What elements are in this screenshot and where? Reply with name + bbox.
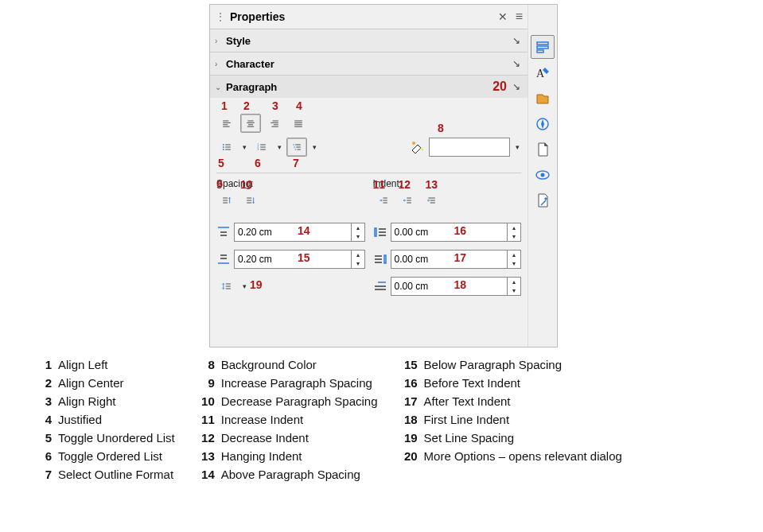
above-spacing-input[interactable] <box>235 223 351 241</box>
svg-point-17 <box>223 146 224 148</box>
firstline-indent-spinner[interactable]: ▴▾ <box>391 277 522 296</box>
first-line-indent-icon <box>373 279 387 293</box>
background-color-field[interactable] <box>429 138 510 157</box>
legend-num: 17 <box>394 394 418 408</box>
legend-text: Background Color <box>221 358 378 371</box>
legend-num: 9 <box>191 376 215 390</box>
before-indent-icon <box>373 225 387 239</box>
callout-3: 3 <box>272 99 278 112</box>
justify-button[interactable] <box>288 114 309 133</box>
section-style-header[interactable]: › Style ↘ <box>210 29 527 52</box>
increase-para-spacing-button[interactable] <box>216 191 237 210</box>
callout-19: 19 <box>250 278 263 291</box>
before-indent-input[interactable] <box>391 223 508 241</box>
stepper-down-icon[interactable]: ▾ <box>352 259 364 268</box>
below-spacing-spinner[interactable]: ▴▾ <box>234 250 365 269</box>
more-options-style-icon[interactable]: ↘ <box>510 34 523 47</box>
legend-text: Align Left <box>58 358 175 371</box>
svg-rect-70 <box>537 42 548 45</box>
decrease-para-spacing-button[interactable] <box>240 191 261 210</box>
align-center-button[interactable] <box>240 114 261 133</box>
svg-rect-59 <box>375 228 376 236</box>
legend-text: Select Outline Format <box>58 468 175 481</box>
legend-text: Justified <box>58 413 175 426</box>
drag-grip-icon[interactable]: ⋮ <box>215 10 225 23</box>
sidebar-deck: A <box>527 5 557 347</box>
legend-num: 14 <box>191 468 215 481</box>
callout-6: 6 <box>255 157 261 169</box>
section-paragraph-title: Paragraph <box>226 81 492 93</box>
unordered-list-button[interactable] <box>216 138 237 157</box>
unordered-list-dropdown[interactable]: ▾ <box>240 143 248 151</box>
more-options-paragraph-icon[interactable]: ↘ <box>510 80 523 93</box>
stepper-up-icon[interactable]: ▴ <box>352 250 364 259</box>
legend-text: Align Right <box>58 394 175 408</box>
close-icon[interactable]: ✕ <box>495 9 511 25</box>
above-spacing-icon <box>216 225 231 239</box>
section-character-header[interactable]: › Character ↘ <box>210 52 527 75</box>
ordered-list-button[interactable]: 123 <box>251 138 272 157</box>
svg-point-34 <box>412 142 415 145</box>
stepper-up-icon[interactable]: ▴ <box>508 278 520 286</box>
legend-text: Decrease Indent <box>221 431 378 445</box>
svg-rect-66 <box>384 255 386 263</box>
legend-text: Below Paragraph Spacing <box>424 358 622 371</box>
ordered-list-dropdown[interactable]: ▾ <box>275 143 283 151</box>
legend-text: Above Paragraph Spacing <box>221 468 378 481</box>
deck-manage-icon[interactable] <box>531 189 554 212</box>
menu-icon[interactable]: ≡ <box>516 10 523 24</box>
deck-navigator-icon[interactable] <box>531 113 554 135</box>
after-indent-spinner[interactable]: ▴▾ <box>391 250 522 269</box>
legend-text: Toggle Ordered List <box>58 449 175 463</box>
paint-bucket-icon <box>410 139 426 155</box>
deck-styles-icon[interactable]: A <box>531 62 554 84</box>
deck-gallery-icon[interactable] <box>531 87 554 110</box>
decrease-indent-button[interactable] <box>397 191 418 210</box>
stepper-down-icon[interactable]: ▾ <box>508 286 520 295</box>
stepper-down-icon[interactable]: ▾ <box>352 232 364 241</box>
outline-format-dropdown[interactable]: ▾ <box>310 143 318 151</box>
more-options-character-icon[interactable]: ↘ <box>510 57 523 70</box>
stepper-up-icon[interactable]: ▴ <box>352 223 364 232</box>
stepper-up-icon[interactable]: ▴ <box>508 223 520 232</box>
legend-text: Set Line Spacing <box>424 431 622 445</box>
below-spacing-input[interactable] <box>235 250 351 268</box>
stepper-down-icon[interactable]: ▾ <box>508 232 520 241</box>
svg-rect-71 <box>537 46 548 49</box>
svg-text:3: 3 <box>258 148 259 151</box>
increase-indent-button[interactable] <box>373 191 394 210</box>
chevron-down-icon: ⌄ <box>215 83 226 91</box>
line-spacing-dropdown[interactable]: ▾ <box>240 282 248 290</box>
svg-point-18 <box>223 149 224 150</box>
stepper-down-icon[interactable]: ▾ <box>508 259 520 268</box>
legend-num: 11 <box>191 413 215 426</box>
legend-num: 15 <box>394 358 418 371</box>
section-paragraph-header[interactable]: ⌄ Paragraph 20 ↘ <box>210 76 527 98</box>
section-style-title: Style <box>226 35 510 47</box>
legend-num: 5 <box>28 431 52 445</box>
firstline-indent-input[interactable] <box>391 278 508 295</box>
stepper-up-icon[interactable]: ▴ <box>508 250 520 259</box>
background-color-dropdown[interactable]: ▾ <box>513 143 521 151</box>
align-right-button[interactable] <box>264 114 285 133</box>
below-spacing-icon <box>216 252 231 266</box>
chevron-right-icon: › <box>215 37 226 45</box>
line-spacing-button[interactable] <box>216 277 237 296</box>
spacing-label: Spacing: <box>216 178 365 189</box>
before-indent-spinner[interactable]: ▴▾ <box>391 223 522 242</box>
outline-format-button[interactable] <box>286 138 307 157</box>
deck-inspect-icon[interactable] <box>531 164 554 186</box>
deck-page-icon[interactable] <box>531 138 554 161</box>
deck-properties-icon[interactable] <box>531 35 555 59</box>
legend-text: Decrease Paragraph Spacing <box>221 394 378 408</box>
above-spacing-spinner[interactable]: ▴▾ <box>234 223 365 242</box>
after-indent-input[interactable] <box>391 250 508 268</box>
legend-num: 18 <box>394 413 418 426</box>
legend-num: 7 <box>28 468 52 481</box>
hanging-indent-button[interactable] <box>421 191 442 210</box>
legend-num: 19 <box>394 431 418 445</box>
legend-text: Align Center <box>58 376 175 390</box>
callout-5: 5 <box>218 157 224 169</box>
align-left-button[interactable] <box>216 114 237 133</box>
panel-titlebar: ⋮ Properties ✕ ≡ <box>210 5 527 29</box>
